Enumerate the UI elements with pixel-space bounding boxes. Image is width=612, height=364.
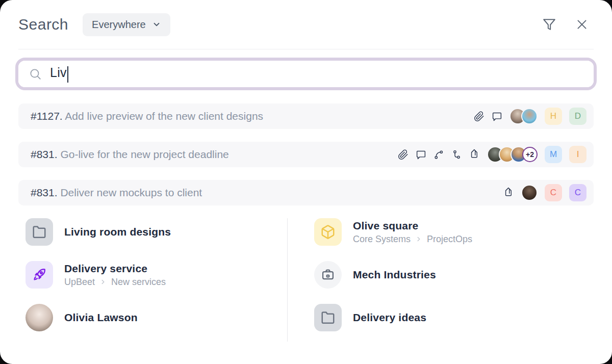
comment-icon [492, 111, 502, 122]
close-button[interactable] [572, 15, 592, 34]
comment-icon [416, 149, 426, 160]
folder-tile [26, 218, 53, 246]
project-tile [26, 261, 53, 289]
breadcrumb: UpBeet New services [64, 277, 166, 288]
result-meta: H D [474, 108, 586, 125]
entity-text: Delivery ideas [353, 311, 426, 324]
result-text: #831. Go-live for the new project deadli… [31, 148, 398, 161]
entity-results: Living room designs Delivery service UpB… [0, 218, 612, 347]
entity-text: Mech Industries [353, 269, 436, 281]
scope-dropdown[interactable]: Everywhere [83, 13, 170, 36]
avatar-overflow-count: +2 [522, 147, 538, 162]
search-result-row[interactable]: #1127. Add live preview of the new clien… [18, 103, 594, 129]
result-meta: C C [503, 184, 586, 201]
entity-olivia-lawson[interactable]: Olivia Lawson [26, 304, 287, 331]
company-tile [314, 261, 342, 289]
task-id: #1127. [31, 110, 63, 122]
breadcrumb-item: UpBeet [64, 277, 95, 288]
filter-icon [543, 18, 556, 31]
task-title: Add live preview of the new client desig… [65, 110, 263, 122]
breadcrumb-item: ProjectOps [427, 234, 472, 245]
entity-text: Olivia Lawson [64, 311, 138, 324]
search-result-row[interactable]: #831. Go-live for the new project deadli… [18, 142, 594, 167]
search-query-text: Liv [50, 65, 68, 83]
avatar-stack [509, 108, 538, 124]
entity-delivery-service[interactable]: Delivery service UpBeet New services [26, 261, 287, 289]
breadcrumb: Core Systems ProjectOps [353, 234, 472, 245]
status-badge: D [569, 108, 586, 125]
entity-text: Olive square Core Systems ProjectOps [353, 220, 472, 245]
paperclip-icon [398, 149, 409, 160]
entity-text: Living room designs [64, 226, 171, 238]
cube-icon [320, 224, 336, 240]
scope-dropdown-label: Everywhere [92, 19, 146, 31]
breadcrumb-item: Core Systems [353, 234, 411, 245]
status-badge: M [545, 146, 562, 163]
entity-title: Mech Industries [353, 269, 436, 281]
search-input[interactable]: Liv [18, 61, 594, 87]
entity-column-left: Living room designs Delivery service UpB… [0, 218, 287, 347]
modal-header: Search Everywhere [0, 0, 612, 49]
avatar [521, 185, 538, 201]
chevron-right-icon [415, 236, 422, 243]
entity-living-room-designs[interactable]: Living room designs [26, 218, 287, 246]
avatar-stack: +2 [487, 146, 538, 163]
entity-title: Olivia Lawson [64, 311, 138, 324]
search-input-focus-ring: Liv [15, 58, 597, 90]
breadcrumb-item: New services [111, 277, 166, 288]
entity-text: Delivery service UpBeet New services [64, 263, 166, 288]
result-text: #1127. Add live preview of the new clien… [31, 110, 474, 122]
result-meta: +2 M I [398, 146, 586, 163]
entity-delivery-ideas[interactable]: Delivery ideas [314, 304, 612, 331]
paperclip-icon [474, 111, 484, 122]
folder-icon [320, 310, 336, 325]
folder-icon [32, 224, 47, 240]
avatar [26, 304, 53, 331]
search-results: #1127. Add live preview of the new clien… [0, 90, 612, 205]
rocket-icon [32, 267, 47, 282]
entity-mech-industries[interactable]: Mech Industries [314, 261, 612, 289]
git-branch-icon [434, 149, 444, 160]
project-tile [314, 218, 342, 246]
status-badge: C [545, 184, 562, 201]
status-badge: I [569, 146, 586, 163]
avatar-stack [521, 185, 538, 201]
tag-icon [503, 188, 514, 198]
entity-olive-square[interactable]: Olive square Core Systems ProjectOps [314, 218, 612, 246]
entity-title: Delivery ideas [353, 311, 426, 324]
close-icon [575, 18, 589, 31]
task-id: #831. [31, 187, 58, 198]
search-icon [29, 67, 42, 81]
entity-title: Living room designs [64, 226, 171, 238]
subtask-icon [451, 149, 462, 160]
search-result-row[interactable]: #831. Deliver new mockups to client C C [18, 180, 594, 205]
result-text: #831. Deliver new mockups to client [31, 187, 503, 199]
chevron-down-icon [152, 20, 161, 29]
tag-icon [469, 149, 480, 160]
task-title: Go-live for the new project deadline [60, 148, 228, 160]
search-modal: Search Everywhere Liv [0, 0, 612, 364]
search-query-value: Liv [50, 65, 67, 80]
entity-column-right: Olive square Core Systems ProjectOps [288, 218, 612, 347]
chevron-right-icon [99, 278, 107, 285]
status-badge: H [545, 108, 562, 125]
entity-title: Delivery service [64, 263, 166, 275]
filter-button[interactable] [540, 15, 559, 34]
search-input-wrap: Liv [0, 49, 612, 90]
folder-tile [314, 304, 342, 331]
page-title: Search [18, 16, 68, 33]
avatar [521, 108, 538, 124]
entity-title: Olive square [353, 220, 472, 232]
task-id: #831. [31, 148, 58, 160]
briefcase-icon [321, 268, 335, 282]
task-title: Deliver new mockups to client [60, 187, 202, 198]
text-caret [67, 66, 68, 83]
status-badge: C [569, 184, 586, 201]
